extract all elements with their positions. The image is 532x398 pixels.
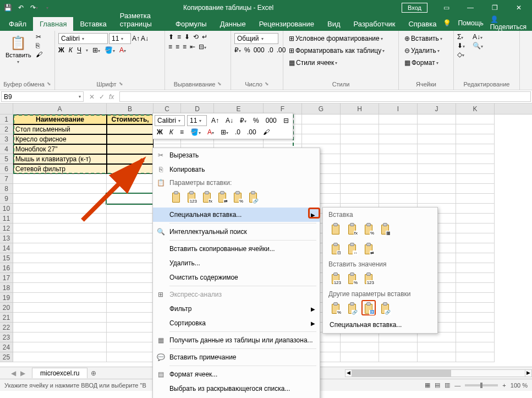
cell[interactable] [107, 283, 153, 293]
cell[interactable]: Сетевой фильтр [13, 164, 107, 174]
cell[interactable] [456, 154, 495, 164]
align-right-icon[interactable]: ≡ [183, 43, 187, 51]
cell[interactable] [418, 342, 456, 352]
cell[interactable] [379, 144, 418, 154]
paste-values-icon[interactable]: 123 [185, 189, 198, 204]
cell[interactable] [379, 332, 418, 342]
cell[interactable] [456, 273, 495, 283]
cell[interactable] [456, 194, 495, 204]
cell[interactable] [13, 263, 107, 273]
cell[interactable] [302, 115, 341, 124]
sub-paste-formulas-num-icon[interactable]: % [361, 221, 376, 236]
tab-home[interactable]: Главная [33, 17, 73, 31]
view-break-icon[interactable]: ▥ [445, 381, 450, 389]
cell[interactable] [341, 174, 379, 184]
cell[interactable] [456, 283, 495, 293]
fill-color-icon[interactable]: 🪣▾ [105, 46, 115, 54]
number-launcher-icon[interactable]: ⬊ [265, 81, 269, 88]
row-header[interactable]: 10 [0, 204, 13, 214]
row-header[interactable]: 1 [0, 115, 13, 124]
mini-percent-icon[interactable]: % [251, 116, 261, 126]
cell[interactable] [107, 164, 153, 174]
zoom-in-icon[interactable]: + [502, 382, 506, 389]
cell[interactable] [456, 124, 495, 134]
cell[interactable] [13, 204, 107, 214]
row-header[interactable]: 20 [0, 303, 13, 313]
row-header[interactable]: 7 [0, 174, 13, 184]
row-header[interactable]: 23 [0, 332, 13, 342]
cell[interactable] [418, 352, 456, 362]
mini-decdec-icon[interactable]: .00 [245, 127, 259, 137]
cell[interactable] [107, 263, 153, 273]
thousands-icon[interactable]: 000 [254, 46, 265, 54]
cell[interactable] [341, 154, 379, 164]
ctx-define-name[interactable]: Присвоить имя... [153, 396, 320, 398]
cell[interactable] [379, 174, 418, 184]
grow-font-icon[interactable]: A↑ [132, 35, 140, 42]
sub-paste-src-fmt-icon[interactable]: ▦ [378, 221, 392, 236]
mini-size-combo[interactable]: 11▾ [187, 115, 207, 126]
cell[interactable] [302, 124, 341, 134]
cell[interactable] [456, 313, 495, 323]
cell[interactable] [456, 332, 495, 342]
cell[interactable] [341, 352, 379, 362]
cell[interactable] [13, 323, 107, 332]
align-bottom-icon[interactable]: ⬇ [184, 33, 190, 41]
ctx-get-data[interactable]: ▦Получить данные из таблицы или диапазон… [153, 333, 320, 347]
cell[interactable] [13, 194, 107, 204]
row-header[interactable]: 13 [0, 233, 13, 243]
currency-icon[interactable]: ₽▾ [234, 46, 241, 54]
select-all-corner[interactable] [0, 103, 13, 115]
mini-italic-button[interactable]: К [167, 127, 175, 137]
cell[interactable] [341, 134, 379, 144]
fx-enter-icon[interactable]: ✓ [99, 93, 105, 101]
underline-button[interactable]: Ч [77, 46, 81, 54]
row-header[interactable]: 22 [0, 323, 13, 332]
mini-painter-icon[interactable]: 🖌 [261, 127, 272, 137]
border-icon[interactable]: ⊞▾ [92, 46, 100, 54]
format-cells-button[interactable]: ▦ Формат ▾ [402, 57, 441, 68]
zoom-out-icon[interactable]: — [454, 382, 460, 389]
cell[interactable] [456, 223, 495, 233]
cell[interactable] [341, 124, 379, 134]
mini-currency-icon[interactable]: ₽▾ [238, 116, 249, 126]
delete-cells-button[interactable]: ⊖ Удалить ▾ [402, 45, 442, 56]
cell[interactable] [13, 184, 107, 194]
mini-incdec-icon[interactable]: .0 [233, 127, 243, 137]
sub-linked-pic-icon[interactable]: 🔗 [378, 300, 392, 315]
cell[interactable] [13, 223, 107, 233]
ctx-format-cells[interactable]: ▤Формат ячеек... [153, 367, 320, 381]
tab-insert[interactable]: Вставка [73, 17, 113, 31]
cell[interactable] [379, 194, 418, 204]
col-header[interactable]: J [418, 103, 456, 114]
col-header[interactable]: H [341, 103, 379, 114]
redo-icon[interactable]: ↷▾ [30, 3, 39, 12]
cell[interactable] [107, 243, 153, 253]
sort-filter-icon[interactable]: A↓▾ [473, 33, 483, 41]
cell[interactable] [13, 352, 107, 362]
align-middle-icon[interactable]: ≡ [177, 33, 181, 41]
font-combo[interactable]: Calibri▾ [58, 33, 108, 44]
cell[interactable] [456, 253, 495, 263]
cell[interactable] [379, 352, 418, 362]
sheet-nav-prev-icon[interactable]: ◀ [11, 369, 16, 377]
cell[interactable] [341, 144, 379, 154]
font-launcher-icon[interactable]: ⬊ [119, 81, 123, 88]
cell[interactable] [13, 303, 107, 313]
cell[interactable] [107, 303, 153, 313]
paste-all-icon[interactable] [169, 189, 183, 204]
row-header[interactable]: 24 [0, 342, 13, 352]
font-size-combo[interactable]: 11▾ [109, 33, 131, 44]
tab-help[interactable]: Справка [402, 17, 443, 31]
paste-link-icon[interactable]: 🔗 [246, 189, 260, 204]
mini-border-icon[interactable]: ≡ [178, 127, 186, 137]
ctx-smart-lookup[interactable]: 🔍Интеллектуальный поиск [153, 225, 320, 239]
row-header[interactable]: 9 [0, 194, 13, 204]
find-icon[interactable]: 🔍▾ [473, 42, 483, 50]
cell[interactable] [456, 243, 495, 253]
autosum-icon[interactable]: Σ▾ [457, 33, 465, 41]
fx-cancel-icon[interactable]: ✕ [89, 93, 95, 101]
cell[interactable] [341, 184, 379, 194]
sheet-nav-next-icon[interactable]: ▶ [20, 369, 25, 377]
ctx-insert-copied[interactable]: Вставить скопированные ячейки... [153, 242, 320, 256]
